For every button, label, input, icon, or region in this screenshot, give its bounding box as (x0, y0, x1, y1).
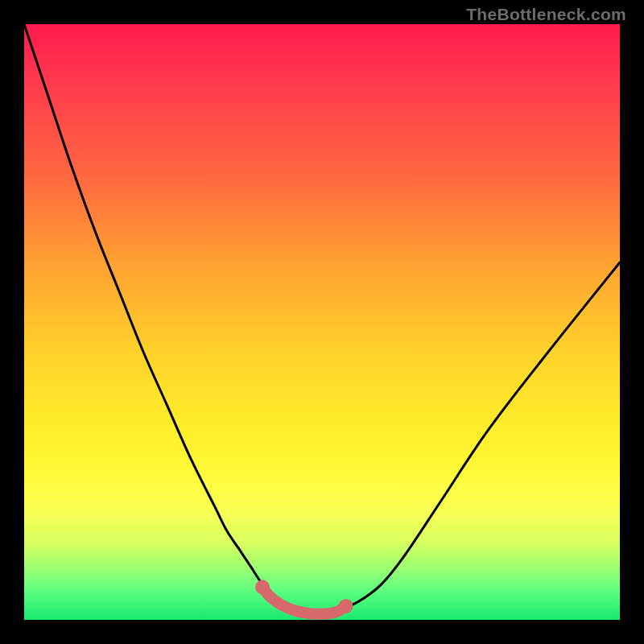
highlight-endpoint-dot (339, 599, 353, 613)
bottleneck-curve (24, 24, 620, 620)
bottleneck-gradient-plot (24, 24, 620, 620)
highlight-endpoint-dot (255, 580, 270, 594)
highlight-curve-path (262, 587, 346, 613)
main-curve-path (24, 24, 620, 614)
attribution-text: TheBottleneck.com (466, 5, 626, 24)
